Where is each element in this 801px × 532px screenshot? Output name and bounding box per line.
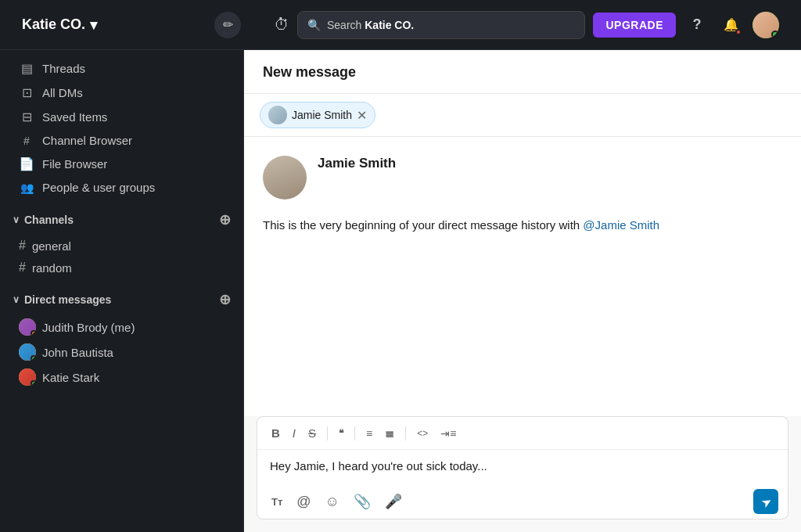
channel-hash-random: # xyxy=(19,261,26,275)
message-author-info: Jamie Smith xyxy=(318,156,396,171)
message-area: Jamie Smith This is the very beginning o… xyxy=(244,137,801,416)
notifications-button[interactable]: 🔔 xyxy=(718,12,745,38)
text-format-button[interactable]: Tт xyxy=(267,493,287,511)
edit-button[interactable]: ✏ xyxy=(214,12,241,38)
channels-toggle: ∨ xyxy=(13,214,20,225)
search-bar[interactable]: 🔍 Search Katie CO. xyxy=(297,11,585,39)
sidebar-item-threads[interactable]: ▤ Threads xyxy=(6,56,237,81)
threads-icon: ▤ xyxy=(19,61,34,76)
dm-name-judith: Judith Brody (me) xyxy=(42,321,135,334)
dm-item-katie[interactable]: Katie Stark xyxy=(6,365,237,390)
upgrade-button[interactable]: UPGRADE xyxy=(593,13,676,38)
dm-name-katie: Katie Stark xyxy=(42,371,99,384)
dm-status-john xyxy=(31,355,36,361)
topbar-right: ⏱ 🔍 Search Katie CO. UPGRADE ? 🔔 xyxy=(261,11,792,39)
dm-label: Direct messages xyxy=(24,293,111,306)
help-icon: ? xyxy=(693,16,702,33)
recipient-tag: Jamie Smith ✕ xyxy=(260,102,375,128)
new-message-header: New message xyxy=(244,50,801,94)
workspace-name-text: Katie CO. xyxy=(22,16,85,33)
sidebar-item-saved-items-label: Saved Items xyxy=(42,110,107,124)
attachment-button[interactable]: 📎 xyxy=(349,490,375,513)
compose-input[interactable]: Hey Jamie, I heard you're out sick today… xyxy=(257,450,788,484)
history-text: This is the very beginning of your direc… xyxy=(263,218,782,232)
main: ▤ Threads ⊡ All DMs ⊟ Saved Items # Chan… xyxy=(0,50,801,532)
msg-avatar-img xyxy=(263,156,307,200)
sidebar: ▤ Threads ⊡ All DMs ⊟ Saved Items # Chan… xyxy=(0,50,244,532)
send-icon: ➤ xyxy=(758,493,774,511)
channels-section[interactable]: ∨ Channels ⊕ xyxy=(0,205,243,235)
dm-avatar-judith xyxy=(19,318,36,336)
message-author-avatar xyxy=(263,156,307,200)
sidebar-item-file-browser-label: File Browser xyxy=(42,157,107,171)
add-channel-button[interactable]: ⊕ xyxy=(219,211,231,228)
topbar: Katie CO. ▾ ✏ ⏱ 🔍 Search Katie CO. UPGRA… xyxy=(0,0,801,50)
sidebar-item-all-dms[interactable]: ⊡ All DMs xyxy=(6,81,237,105)
dm-item-john[interactable]: John Bautista xyxy=(6,340,237,365)
search-label: Search xyxy=(327,19,361,31)
channel-hash-general: # xyxy=(19,239,26,253)
mention-button[interactable]: @ xyxy=(292,491,315,513)
dm-avatar-katie xyxy=(19,368,36,386)
channel-item-random[interactable]: # random xyxy=(6,257,237,279)
message-author-name: Jamie Smith xyxy=(318,156,396,171)
dm-name-john: John Bautista xyxy=(42,346,113,359)
search-text: Search Katie CO. xyxy=(327,19,414,31)
sidebar-item-channel-browser-label: Channel Browser xyxy=(42,134,132,147)
dm-section[interactable]: ∨ Direct messages ⊕ xyxy=(0,285,243,315)
send-button[interactable]: ➤ xyxy=(753,489,778,514)
workspace-name[interactable]: Katie CO. ▾ xyxy=(22,16,97,34)
history-button[interactable]: ⏱ xyxy=(274,16,289,34)
remove-recipient-button[interactable]: ✕ xyxy=(357,108,367,123)
recipient-avatar xyxy=(268,106,287,124)
notif-dot xyxy=(735,29,742,35)
indent-button[interactable]: ⇥≡ xyxy=(436,424,461,443)
channel-browser-icon: # xyxy=(19,135,34,147)
bold-button[interactable]: B xyxy=(267,423,285,443)
channel-item-general[interactable]: # general xyxy=(6,235,237,257)
people-groups-icon: 👥 xyxy=(19,182,34,194)
all-dms-icon: ⊡ xyxy=(19,85,34,100)
add-dm-button[interactable]: ⊕ xyxy=(219,291,231,308)
ordered-list-button[interactable]: ≣ xyxy=(380,424,399,443)
message-start: Jamie Smith xyxy=(263,156,782,200)
toolbar-separator-1 xyxy=(327,426,328,440)
history-text-content: This is the very beginning of your direc… xyxy=(263,218,580,232)
dm-toggle: ∨ xyxy=(13,294,20,305)
channel-name-random: random xyxy=(32,261,72,275)
sidebar-item-file-browser[interactable]: 📄 File Browser xyxy=(6,152,237,176)
compose-toolbar: B I S ❝ ≡ ≣ <> ⇥≡ xyxy=(257,417,788,450)
code-button[interactable]: <> xyxy=(412,425,433,442)
search-workspace: Katie CO. xyxy=(365,19,414,31)
bullet-list-button[interactable]: ≡ xyxy=(361,424,377,443)
sidebar-item-people-groups[interactable]: 👥 People & user groups xyxy=(6,176,237,199)
topbar-left: Katie CO. ▾ ✏ xyxy=(9,12,253,38)
upgrade-label: UPGRADE xyxy=(605,19,663,31)
compose-box: B I S ❝ ≡ ≣ <> ⇥≡ Hey Jamie, I heard you… xyxy=(257,416,788,519)
sidebar-item-channel-browser[interactable]: # Channel Browser xyxy=(6,129,237,152)
recipient-name: Jamie Smith xyxy=(292,109,352,121)
italic-button[interactable]: I xyxy=(288,423,300,443)
sidebar-item-saved-items[interactable]: ⊟ Saved Items xyxy=(6,105,237,129)
help-button[interactable]: ? xyxy=(684,12,710,38)
dm-status-judith xyxy=(31,330,36,336)
dm-avatar-john xyxy=(19,343,36,361)
file-browser-icon: 📄 xyxy=(19,156,34,171)
emoji-button[interactable]: ☺ xyxy=(321,491,344,513)
channel-name-general: general xyxy=(32,239,71,253)
edit-icon: ✏ xyxy=(223,17,233,32)
history-icon: ⏱ xyxy=(274,16,289,33)
audio-button[interactable]: 🎤 xyxy=(380,490,407,513)
mention-link[interactable]: @Jamie Smith xyxy=(583,218,659,232)
dm-item-judith[interactable]: Judith Brody (me) xyxy=(6,315,237,340)
workspace-chevron: ▾ xyxy=(90,16,97,34)
to-field: Jamie Smith ✕ xyxy=(244,94,801,137)
compose-text: Hey Jamie, I heard you're out sick today… xyxy=(270,459,487,473)
quote-button[interactable]: ❝ xyxy=(334,425,348,442)
sidebar-item-people-groups-label: People & user groups xyxy=(42,181,155,194)
sidebar-item-all-dms-label: All DMs xyxy=(42,86,83,99)
content-area: New message Jamie Smith ✕ Jamie Smith xyxy=(244,50,801,532)
avatar[interactable] xyxy=(753,12,779,38)
strikethrough-button[interactable]: S xyxy=(304,423,321,443)
saved-items-icon: ⊟ xyxy=(19,110,34,124)
